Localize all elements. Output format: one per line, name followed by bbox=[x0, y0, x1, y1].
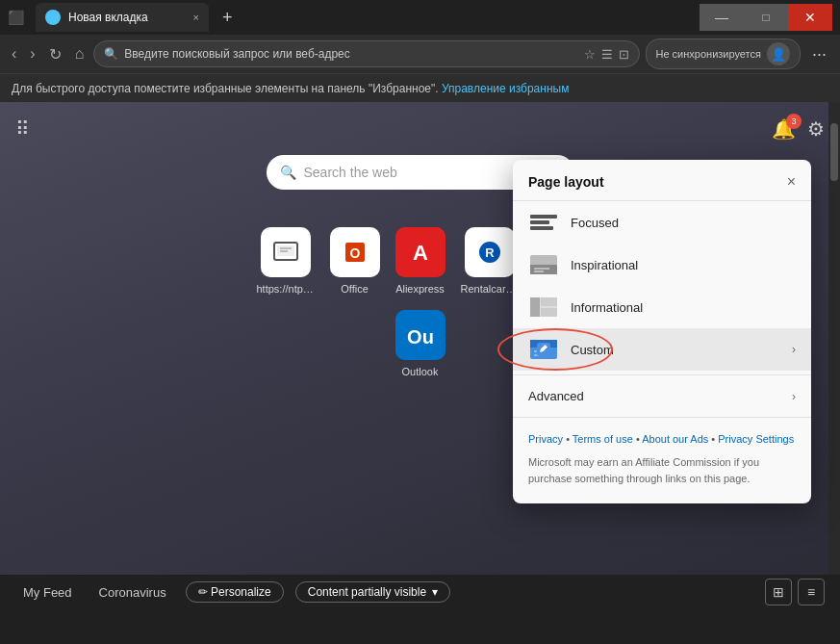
panel-divider bbox=[513, 374, 811, 375]
top-icons: ⠿ 🔔 3 ⚙ bbox=[15, 117, 825, 141]
bell-wrap: 🔔 3 bbox=[772, 117, 796, 141]
reading-icon[interactable]: ☰ bbox=[601, 47, 613, 62]
my-feed-button[interactable]: My Feed bbox=[15, 581, 80, 604]
terms-link[interactable]: Terms of use bbox=[573, 433, 633, 445]
quick-link-icon-rental: R bbox=[465, 227, 515, 277]
more-button[interactable]: ··· bbox=[806, 40, 832, 68]
inspirational-label: Inspirational bbox=[571, 258, 796, 272]
title-bar: ⬛ Новая вкладка × + — □ ✕ bbox=[0, 0, 840, 35]
svg-text:Ou: Ou bbox=[407, 326, 434, 348]
focused-label: Focused bbox=[571, 216, 796, 230]
quick-link-icon-outlook: Ou bbox=[395, 310, 445, 360]
content-visible-label: Content partially visible bbox=[308, 585, 426, 599]
quick-link-label-ali: Aliexpress bbox=[395, 283, 445, 295]
browser-tab[interactable]: Новая вкладка × bbox=[36, 3, 209, 32]
panel-divider-2 bbox=[513, 417, 811, 418]
quick-link-rental[interactable]: R Rentalcars.com bbox=[461, 227, 519, 295]
quick-link-icon-ntp bbox=[261, 227, 311, 277]
maximize-button[interactable]: □ bbox=[744, 4, 788, 31]
privacy-link[interactable]: Privacy bbox=[528, 433, 563, 445]
content-visible-chevron-icon: ▾ bbox=[432, 585, 438, 599]
footer-sep-1: • bbox=[566, 433, 573, 445]
close-button[interactable]: ✕ bbox=[788, 4, 832, 31]
address-search-icon: 🔍 bbox=[104, 47, 118, 61]
address-action-icons: ☆ ☰ ⊡ bbox=[584, 47, 629, 62]
quick-link-label-rental: Rentalcars.com bbox=[461, 283, 519, 295]
coronavirus-button[interactable]: Coronavirus bbox=[91, 581, 174, 604]
panel-item-advanced[interactable]: Advanced › bbox=[513, 379, 811, 413]
window-controls: — □ ✕ bbox=[700, 4, 832, 31]
panel-item-informational[interactable]: Informational bbox=[513, 286, 811, 328]
fav-bar-text: Для быстрого доступа поместите избранные… bbox=[12, 82, 439, 95]
address-bar[interactable]: 🔍 Введите поисковый запрос или веб-адрес… bbox=[93, 40, 639, 67]
favorites-bar: Для быстрого доступа поместите избранные… bbox=[0, 73, 840, 102]
panel-close-button[interactable]: × bbox=[787, 173, 796, 191]
tab-label: Новая вкладка bbox=[68, 11, 148, 24]
panel-header: Page layout × bbox=[513, 160, 811, 201]
personalize-button[interactable]: ✏ Personalize bbox=[186, 581, 284, 603]
split-icon[interactable]: ⊡ bbox=[619, 47, 629, 62]
new-tab-button[interactable]: + bbox=[216, 8, 239, 28]
footer-note: Microsoft may earn an Affiliate Commissi… bbox=[528, 454, 796, 488]
manage-favorites-link[interactable]: Управление избранным bbox=[442, 82, 569, 95]
tab-close-button[interactable]: × bbox=[193, 12, 199, 23]
quick-link-label-office: Office bbox=[341, 283, 369, 295]
svg-text:O: O bbox=[349, 245, 360, 261]
sync-label: Не синхронизируется bbox=[656, 48, 761, 60]
svg-rect-19 bbox=[530, 297, 540, 317]
quick-link-office[interactable]: O Office bbox=[330, 227, 380, 295]
svg-rect-21 bbox=[541, 308, 557, 317]
star-icon[interactable]: ☆ bbox=[584, 47, 596, 62]
grid-view-button[interactable]: ⊞ bbox=[765, 579, 792, 605]
list-view-button[interactable]: ≡ bbox=[798, 579, 825, 605]
informational-label: Informational bbox=[571, 300, 796, 315]
panel-item-inspirational[interactable]: Inspirational bbox=[513, 244, 811, 286]
browser-window-icon: ⬛ bbox=[8, 10, 24, 25]
scrollbar[interactable] bbox=[828, 102, 840, 609]
inspirational-layout-icon bbox=[528, 253, 559, 276]
panel-title: Page layout bbox=[528, 174, 604, 190]
quick-link-label-outlook: Outlook bbox=[402, 366, 439, 377]
content-visible-button[interactable]: Content partially visible ▾ bbox=[295, 581, 450, 603]
bottom-bar: My Feed Coronavirus ✏ Personalize Conten… bbox=[0, 575, 840, 609]
main-content: ⠿ 🔔 3 ⚙ 🔍 Search the web bbox=[0, 102, 840, 609]
quick-link-label-ntp: https://ntp.m... bbox=[257, 283, 315, 295]
privacy-settings-link[interactable]: Privacy Settings bbox=[718, 433, 794, 445]
forward-button[interactable]: › bbox=[26, 41, 38, 66]
search-icon: 🔍 bbox=[280, 165, 296, 180]
quick-link-outlook[interactable]: Ou Outlook bbox=[395, 310, 445, 377]
bell-badge: 3 bbox=[786, 114, 802, 129]
quick-link-icon-ali: A bbox=[395, 227, 445, 277]
sync-button[interactable]: Не синхронизируется 👤 bbox=[646, 39, 801, 69]
search-placeholder: Search the web bbox=[304, 165, 397, 180]
panel-item-custom[interactable]: Custom › bbox=[513, 328, 811, 371]
svg-text:A: A bbox=[413, 241, 428, 265]
refresh-button[interactable]: ↻ bbox=[45, 41, 65, 67]
footer-links: Privacy • Terms of use • About our Ads •… bbox=[528, 431, 796, 449]
custom-label: Custom bbox=[571, 343, 780, 357]
focused-layout-icon bbox=[528, 211, 559, 234]
right-icons: 🔔 3 ⚙ bbox=[772, 117, 825, 141]
svg-text:R: R bbox=[485, 245, 495, 260]
panel-item-focused[interactable]: Focused bbox=[513, 201, 811, 244]
quick-link-icon-office: O bbox=[330, 227, 380, 277]
advanced-chevron-icon: › bbox=[792, 390, 796, 403]
about-ads-link[interactable]: About our Ads bbox=[642, 433, 708, 445]
bottom-right-icons: ⊞ ≡ bbox=[765, 579, 825, 605]
informational-layout-icon bbox=[528, 296, 559, 319]
tab-favicon bbox=[45, 10, 61, 25]
advanced-label: Advanced bbox=[528, 389, 780, 403]
nav-bar: ‹ › ↻ ⌂ 🔍 Введите поисковый запрос или в… bbox=[0, 35, 840, 73]
custom-layout-icon bbox=[528, 338, 559, 361]
grid-icon[interactable]: ⠿ bbox=[15, 117, 30, 141]
quick-link-ntp[interactable]: https://ntp.m... bbox=[257, 227, 315, 295]
scrollbar-thumb[interactable] bbox=[830, 123, 838, 181]
minimize-button[interactable]: — bbox=[700, 4, 744, 31]
back-button[interactable]: ‹ bbox=[8, 41, 20, 66]
home-button[interactable]: ⌂ bbox=[71, 41, 89, 66]
svg-rect-20 bbox=[541, 297, 557, 306]
profile-avatar: 👤 bbox=[767, 42, 790, 65]
quick-link-ali[interactable]: A Aliexpress bbox=[395, 227, 445, 295]
settings-icon[interactable]: ⚙ bbox=[807, 117, 825, 141]
custom-chevron-icon: › bbox=[792, 343, 796, 356]
